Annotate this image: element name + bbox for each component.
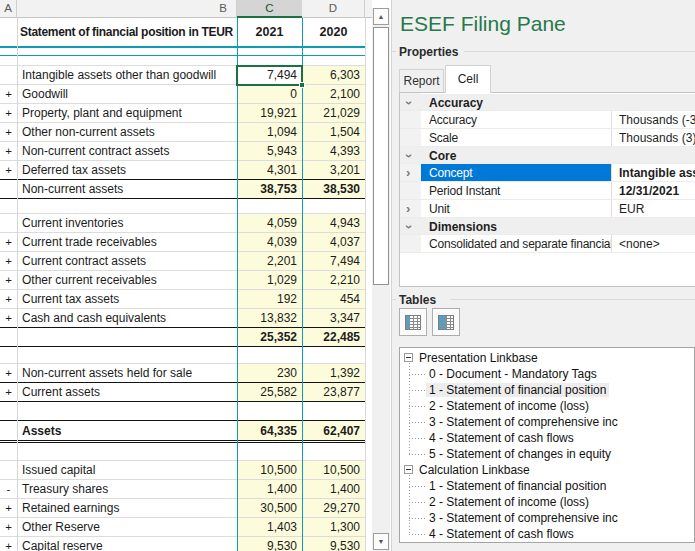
tree-item[interactable]: 2 - Statement of income (loss) — [400, 494, 694, 510]
tree-item-label[interactable]: 2 - Statement of income (loss) — [426, 399, 592, 413]
label-cell[interactable]: Goodwill — [17, 85, 237, 103]
property-row[interactable]: Period Instant12/31/2021 — [400, 182, 695, 200]
value-cell-2021[interactable]: 13,832 — [237, 309, 302, 327]
sign-cell[interactable] — [0, 443, 17, 460]
chevron-right-icon[interactable]: › — [406, 165, 410, 180]
value-cell-2020[interactable]: 7,494 — [302, 252, 365, 270]
label-cell[interactable]: Capital reserve — [17, 537, 237, 551]
sign-cell[interactable] — [0, 328, 17, 346]
column-header-c-selected[interactable]: C — [237, 0, 302, 18]
label-cell[interactable] — [17, 199, 237, 213]
value-cell-2021[interactable]: 1,400 — [237, 480, 302, 498]
tree-item-label[interactable]: 3 - Statement of comprehensive inc — [426, 415, 621, 429]
column-header-d[interactable]: D — [302, 0, 365, 18]
value-cell-2020[interactable] — [302, 443, 365, 460]
year-2021-header-cell[interactable]: 2021 — [237, 18, 302, 46]
insert-highlighted-table-button[interactable] — [432, 308, 460, 336]
sign-cell[interactable] — [0, 56, 17, 65]
value-cell-2021[interactable]: 1,029 — [237, 271, 302, 289]
value-cell-2020[interactable] — [302, 48, 365, 55]
property-value[interactable]: 12/31/2021 — [612, 182, 695, 199]
label-cell[interactable]: Other Reserve — [17, 518, 237, 536]
tree-item[interactable]: 4 - Statement of cash flows — [400, 526, 694, 542]
label-cell[interactable]: Retained earnings — [17, 499, 237, 517]
value-cell-2020[interactable]: 4,943 — [302, 214, 365, 232]
value-cell-2020[interactable]: 1,504 — [302, 123, 365, 141]
sign-cell[interactable] — [0, 66, 17, 84]
sign-cell[interactable] — [0, 347, 17, 363]
tree-root-item[interactable]: Presentation Linkbase — [400, 350, 694, 366]
label-cell[interactable]: Non-current contract assets — [17, 142, 237, 160]
label-cell[interactable]: Current assets — [17, 383, 237, 401]
title-sign-cell[interactable] — [0, 18, 17, 46]
label-cell[interactable]: Other current receivables — [17, 271, 237, 289]
property-name[interactable]: Scale — [421, 129, 611, 146]
chevron-down-icon[interactable]: › — [406, 148, 410, 163]
property-section-core[interactable]: ›Core — [400, 147, 695, 164]
value-cell-2021[interactable] — [237, 402, 302, 420]
value-cell-2021[interactable]: 38,753 — [237, 180, 302, 198]
sign-cell[interactable]: + — [0, 252, 17, 270]
label-cell[interactable] — [17, 402, 237, 420]
tree-item-label[interactable]: 2 - Statement of income (loss) — [426, 495, 592, 509]
label-cell[interactable] — [17, 328, 237, 346]
tree-item-label[interactable]: Presentation Linkbase — [416, 351, 541, 365]
sheet-title[interactable]: Statement of financial position in TEUR — [17, 18, 237, 46]
property-name[interactable]: Accuracy — [421, 111, 611, 128]
label-cell[interactable]: Non-current assets held for sale — [17, 364, 237, 382]
collapse-expander-icon[interactable] — [404, 465, 413, 474]
value-cell-2020[interactable]: 1,392 — [302, 364, 365, 382]
collapse-expander-icon[interactable] — [404, 353, 413, 362]
value-cell-2020[interactable]: 6,303 — [302, 66, 365, 84]
sign-cell[interactable] — [0, 421, 17, 440]
property-section-accuracy[interactable]: ›Accuracy — [400, 94, 695, 111]
label-cell[interactable]: Current trade receivables — [17, 233, 237, 251]
label-cell[interactable]: Treasury shares — [17, 480, 237, 498]
sign-cell[interactable] — [0, 199, 17, 213]
value-cell-2020[interactable]: 9,530 — [302, 537, 365, 551]
value-cell-2021[interactable]: 19,921 — [237, 104, 302, 122]
value-cell-2020[interactable]: 3,347 — [302, 309, 365, 327]
value-cell-2020[interactable]: 1,300 — [302, 518, 365, 536]
property-value[interactable]: Intangible asse — [612, 164, 695, 181]
tree-item[interactable]: 4 - Statement of cash flows — [400, 430, 694, 446]
sign-cell[interactable] — [0, 214, 17, 232]
tree-item-label[interactable]: 1 - Statement of financial position — [426, 383, 609, 397]
value-cell-2021[interactable]: 1,403 — [237, 518, 302, 536]
sign-cell[interactable]: + — [0, 518, 17, 536]
value-cell-2020[interactable]: 1,400 — [302, 480, 365, 498]
value-cell-2020[interactable]: 4,037 — [302, 233, 365, 251]
sign-cell[interactable] — [0, 48, 17, 55]
value-cell-2020[interactable]: 10,500 — [302, 461, 365, 479]
year-2020-header-cell[interactable]: 2020 — [302, 18, 365, 46]
tree-item-label[interactable]: 4 - Statement of cash flows — [426, 527, 577, 541]
sign-cell[interactable]: + — [0, 499, 17, 517]
tree-item[interactable]: 2 - Statement of income (loss) — [400, 398, 694, 414]
chevron-down-icon[interactable]: › — [406, 95, 410, 110]
value-cell-2020[interactable]: 62,407 — [302, 421, 365, 440]
insert-table-button[interactable] — [399, 308, 427, 336]
property-row[interactable]: ScaleThousands (3) — [400, 129, 695, 147]
tab-cell[interactable]: Cell — [445, 65, 491, 93]
sign-cell[interactable]: + — [0, 104, 17, 122]
label-cell[interactable]: Current tax assets — [17, 290, 237, 308]
sign-cell[interactable]: + — [0, 85, 17, 103]
value-cell-2020[interactable]: 21,029 — [302, 104, 365, 122]
value-cell-2021[interactable] — [237, 199, 302, 213]
tree-item-label[interactable]: 5 - Statement of changes in equity — [426, 447, 614, 461]
value-cell-2020[interactable]: 3,201 — [302, 161, 365, 179]
value-cell-2021[interactable]: 10,500 — [237, 461, 302, 479]
sign-cell[interactable]: + — [0, 537, 17, 551]
value-cell-2021[interactable] — [237, 443, 302, 460]
value-cell-2021[interactable]: 25,352 — [237, 328, 302, 346]
tree-item-label[interactable]: 4 - Statement of cash flows — [426, 431, 577, 445]
label-cell[interactable]: Deferred tax assets — [17, 161, 237, 179]
label-cell[interactable]: Current contract assets — [17, 252, 237, 270]
label-cell[interactable]: Assets — [17, 421, 237, 440]
sign-cell[interactable] — [0, 461, 17, 479]
tree-item[interactable]: 5 - Statement of changes in equity — [400, 446, 694, 462]
value-cell-2020[interactable] — [302, 199, 365, 213]
sign-cell[interactable]: + — [0, 161, 17, 179]
value-cell-2021[interactable]: 5,943 — [237, 142, 302, 160]
sign-cell[interactable]: + — [0, 142, 17, 160]
